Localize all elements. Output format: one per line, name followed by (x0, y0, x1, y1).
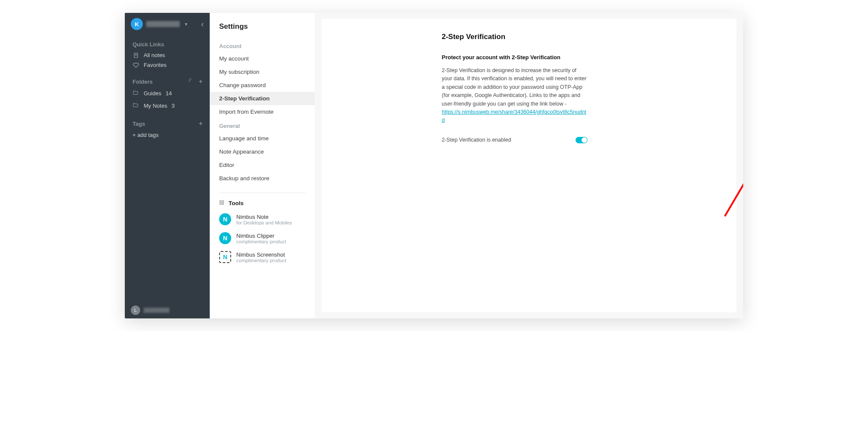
two-step-toggle-row: 2-Step Verification is enabled (442, 137, 588, 143)
sidebar-item-favorites[interactable]: Favorites (125, 60, 210, 70)
settings-item-editor[interactable]: Editor (210, 158, 315, 172)
tools-label: Tools (229, 200, 244, 206)
sort-icon[interactable] (188, 78, 193, 85)
settings-title: Settings (210, 22, 315, 39)
settings-item-note-appearance[interactable]: Note Appearance (210, 145, 315, 158)
settings-item-import-evernote[interactable]: Import from Evernote (210, 105, 315, 118)
account-section-label: Account (210, 39, 315, 52)
nimbus-note-icon: N (219, 213, 231, 225)
tool-sub: complimentary product (236, 258, 286, 263)
chevron-left-icon[interactable]: ‹ (201, 20, 204, 29)
avatar: L (131, 306, 140, 315)
folders-label: Folders (133, 79, 153, 85)
heart-icon (133, 62, 139, 68)
nimbus-screenshot-icon: N (219, 251, 231, 263)
quick-links-header: Quick Links (125, 33, 210, 50)
tool-nimbus-clipper[interactable]: N Nimbus Clipper complimentary product (210, 229, 315, 248)
divider (219, 193, 305, 193)
sidebar-item-label: Favorites (144, 62, 166, 68)
tags-header: Tags ＋ (125, 112, 210, 129)
sidebar-item-all-notes[interactable]: All notes (125, 50, 210, 60)
add-tags-label: + add tags (133, 132, 159, 138)
folder-icon (133, 90, 139, 97)
grid-icon (219, 200, 224, 206)
folder-name: Guides (144, 90, 161, 97)
sidebar-item-label: All notes (144, 52, 165, 58)
main-content-area: 2-Step Verification Protect your account… (315, 13, 743, 318)
toggle-knob (582, 137, 587, 143)
app-window: K ▼ ‹ Quick Links All notes Favorites Fo… (125, 13, 743, 318)
svg-rect-7 (222, 201, 224, 203)
tools-header: Tools (210, 197, 315, 210)
tool-nimbus-note[interactable]: N Nimbus Note for Desktops and Mobiles (210, 210, 315, 229)
settings-item-backup-restore[interactable]: Backup and restore (210, 172, 315, 185)
avatar: K (131, 18, 143, 30)
add-tag-icon[interactable]: ＋ (198, 120, 204, 127)
svg-rect-6 (220, 201, 222, 203)
annotation-arrow-icon (708, 130, 743, 225)
tool-name: Nimbus Note (236, 214, 292, 220)
svg-line-10 (725, 141, 743, 216)
settings-item-language-time[interactable]: Language and time (210, 132, 315, 145)
folder-count: 14 (166, 90, 172, 97)
settings-item-my-account[interactable]: My account (210, 52, 315, 65)
note-icon (133, 52, 139, 58)
general-section-label: General (210, 118, 315, 132)
tool-sub: for Desktops and Mobiles (236, 220, 292, 225)
tool-nimbus-screenshot[interactable]: N Nimbus Screenshot complimentary produc… (210, 248, 315, 266)
settings-panel: Settings Account My account My subscript… (210, 13, 315, 318)
account-switcher[interactable]: K ▼ ‹ (125, 13, 210, 33)
folder-count: 3 (172, 103, 175, 109)
username-redacted (144, 308, 169, 313)
page-body: 2-Step Verification is designed to incre… (442, 67, 588, 125)
folder-name: My Notes (144, 103, 167, 109)
tags-label: Tags (133, 121, 145, 127)
folder-guides[interactable]: Guides 14 (125, 87, 210, 100)
chevron-down-icon: ▼ (184, 22, 188, 27)
nimbus-clipper-icon: N (219, 232, 231, 244)
settings-item-my-subscription[interactable]: My subscription (210, 65, 315, 79)
tool-sub: complimentary product (236, 239, 286, 244)
settings-item-change-password[interactable]: Change password (210, 79, 315, 92)
svg-rect-8 (220, 203, 222, 205)
guide-link[interactable]: https://s.nimbusweb.me/share/3436044/ghf… (442, 109, 586, 123)
page-subhead: Protect your account with 2-Step Verific… (442, 54, 588, 61)
add-tags-button[interactable]: + add tags (125, 129, 210, 141)
content-card: 2-Step Verification Protect your account… (322, 19, 736, 312)
folder-icon (133, 102, 139, 109)
two-step-toggle[interactable] (576, 137, 588, 143)
left-sidebar: K ▼ ‹ Quick Links All notes Favorites Fo… (125, 13, 210, 318)
tool-name: Nimbus Screenshot (236, 251, 286, 258)
sidebar-bottom-user[interactable]: L (125, 302, 210, 318)
username-redacted (146, 21, 180, 27)
folder-my-notes[interactable]: My Notes 3 (125, 100, 210, 112)
svg-rect-9 (222, 203, 224, 205)
folders-header: Folders ＋ (125, 70, 210, 87)
body-text: 2-Step Verification is designed to incre… (442, 67, 587, 107)
settings-item-2step[interactable]: 2-Step Verification (210, 92, 315, 105)
page-title: 2-Step Verification (442, 33, 588, 41)
add-folder-icon[interactable]: ＋ (198, 78, 204, 85)
toggle-label: 2-Step Verification is enabled (442, 137, 576, 143)
tool-name: Nimbus Clipper (236, 233, 286, 239)
